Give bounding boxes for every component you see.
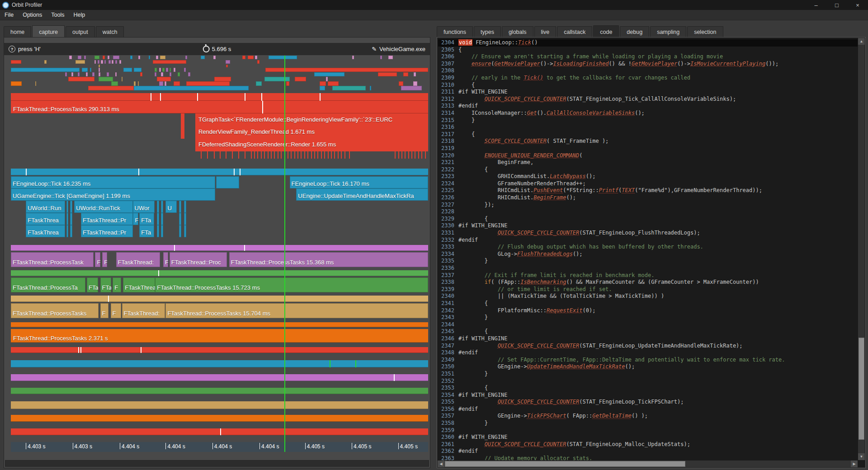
vscroll-thumb[interactable]	[859, 338, 864, 440]
timeline-event[interactable]	[161, 72, 163, 76]
timeline-event[interactable]	[155, 72, 156, 76]
timeline-event[interactable]	[166, 68, 168, 72]
code-line[interactable]: 2343 }	[438, 314, 858, 321]
tab-globals[interactable]: globals	[502, 26, 533, 37]
timeline-event[interactable]	[122, 77, 123, 81]
menu-file[interactable]: File	[0, 12, 18, 18]
tab-home[interactable]: home	[4, 26, 31, 37]
code-line[interactable]: 2363 // Update memory allocator stats.	[438, 455, 858, 460]
timeline-event[interactable]	[184, 68, 186, 72]
tab-debug[interactable]: debug	[620, 26, 649, 37]
timeline-event[interactable]	[108, 60, 111, 64]
panel-splitter[interactable]	[430, 20, 437, 470]
code-line[interactable]: 2321 BeginFrame,	[438, 159, 858, 166]
timeline-span[interactable]: F	[100, 303, 108, 318]
timeline-event[interactable]	[178, 72, 180, 76]
timeline-span[interactable]: FTaskThread::ProcessTasks 15.704 ms	[165, 303, 428, 318]
code-line[interactable]: 2352	[438, 378, 858, 385]
timeline-event[interactable]	[71, 72, 73, 76]
code-line[interactable]: 2307 ensure(GetMoviePlayer()->IsLoadingF…	[438, 61, 858, 68]
timeline-event[interactable]	[257, 60, 260, 64]
timeline-span[interactable]: FEngineLoop::Tick 16.235 ms	[11, 176, 215, 188]
timeline-event[interactable]	[165, 81, 167, 86]
timeline-bar[interactable]	[11, 360, 428, 367]
timeline-event[interactable]	[378, 72, 397, 76]
timeline-event[interactable]	[140, 72, 142, 76]
timeline-span[interactable]: FTa	[139, 225, 154, 237]
timeline-event[interactable]	[138, 81, 139, 86]
timeline-event[interactable]	[130, 56, 132, 59]
timeline-event[interactable]	[295, 77, 307, 81]
code-line[interactable]: 2348#endif	[438, 349, 858, 357]
code-line[interactable]: 2354#if WITH_ENGINE	[438, 392, 858, 399]
timeline-event[interactable]	[256, 81, 262, 86]
timeline-event[interactable]	[174, 81, 180, 86]
code-line[interactable]: 2323 GRHICommandList.LatchBypass();	[438, 173, 858, 180]
timeline-scatter-row[interactable]	[11, 81, 428, 86]
timeline-bar[interactable]	[11, 347, 428, 353]
timeline-event[interactable]	[314, 72, 344, 76]
timeline-span-row[interactable]: UWorld::RunUWorld::RunTickUWorU	[11, 201, 428, 213]
timeline-event[interactable]	[119, 60, 121, 64]
timeline-span[interactable]	[179, 225, 181, 237]
code-line[interactable]: 2316	[438, 124, 858, 131]
timeline-span[interactable]: FTaskThread::Pr	[81, 225, 133, 237]
code-line[interactable]: 2358 }	[438, 420, 858, 427]
maximize-button[interactable]: □	[826, 0, 847, 10]
timeline-event[interactable]	[403, 72, 408, 76]
timeline-event[interactable]	[78, 72, 80, 76]
code-line[interactable]: 2334 GLog->FlushThreadedLogs();	[438, 251, 858, 258]
timeline-span[interactable]: F	[111, 303, 121, 318]
timeline-event[interactable]	[242, 56, 245, 59]
timeline-event[interactable]	[370, 86, 372, 90]
code-line[interactable]: 2349 // Set FApp::CurrentTime, FApp::Del…	[438, 357, 858, 364]
timeline-bar[interactable]: FTaskThread::ProcessTasks 2.371 s	[11, 329, 428, 343]
timeline-span[interactable]: FTa	[100, 277, 112, 292]
code-line[interactable]: 2313#endif	[438, 103, 858, 110]
code-line[interactable]: 2325 RHICmdList.PushEvent(*FString::Prin…	[438, 187, 858, 194]
tab-output[interactable]: output	[66, 26, 95, 37]
timeline-span[interactable]: FTaskThread::ProcessTasks 15.723 ms	[155, 277, 428, 292]
timeline-event[interactable]	[86, 72, 88, 76]
timeline-span[interactable]	[184, 225, 186, 237]
timeline-event[interactable]	[69, 56, 72, 59]
timeline-event[interactable]	[78, 56, 81, 59]
tab-functions[interactable]: functions	[437, 26, 473, 37]
tab-types[interactable]: types	[474, 26, 501, 37]
code-editor[interactable]: 2304void FEngineLoop::Tick()2305{2306 //…	[438, 39, 858, 460]
timeline-event[interactable]	[11, 60, 21, 64]
timeline-span[interactable]	[66, 213, 69, 225]
timeline-span[interactable]: F	[95, 252, 100, 267]
timeline-event[interactable]	[160, 56, 165, 59]
code-line[interactable]: 2311#if WITH_ENGINE	[438, 89, 858, 96]
code-line[interactable]: 2351 }	[438, 371, 858, 378]
timeline-span[interactable]	[157, 201, 159, 213]
code-line[interactable]: 2350 GEngine->UpdateTimeAndHandleMaxTick…	[438, 363, 858, 371]
code-line[interactable]: 2324 GFrameNumberRenderThread++;	[438, 180, 858, 188]
code-line[interactable]: 2336	[438, 265, 858, 272]
timeline-span-group[interactable]: TGraphTask<`FRendererModule::BeginRender…	[195, 113, 428, 151]
timeline-event[interactable]	[103, 56, 105, 59]
timeline-event[interactable]	[170, 72, 172, 76]
timeline-event[interactable]	[99, 65, 100, 67]
timeline-bar[interactable]	[11, 428, 428, 435]
code-line[interactable]: 2362#endif	[438, 448, 858, 455]
timeline-event[interactable]	[134, 86, 249, 90]
code-line[interactable]: 2317 {	[438, 131, 858, 138]
timeline-span[interactable]: UWorld::RunTick	[74, 201, 132, 213]
timeline-event[interactable]	[413, 81, 417, 86]
timeline-span[interactable]: F	[113, 277, 121, 292]
code-line[interactable]: 2330#if WITH_ENGINE	[438, 222, 858, 230]
code-line[interactable]: 2312 QUICK_SCOPE_CYCLE_COUNTER(STAT_FEng…	[438, 96, 858, 103]
scroll-right-icon[interactable]: ▶	[851, 461, 858, 467]
timeline-event[interactable]	[11, 81, 22, 86]
timeline-event[interactable]	[123, 68, 132, 72]
timeline-time-axis[interactable]: 4.403 s4.403 s4.404 s4.404 s4.404 s4.404…	[11, 442, 428, 452]
timeline-event[interactable]	[111, 81, 118, 86]
timeline-span[interactable]: FTaskThread::ProcessTa	[11, 277, 85, 292]
code-line[interactable]: 2315 }	[438, 117, 858, 124]
timeline-hscrollbar[interactable]	[5, 460, 429, 467]
timeline-event[interactable]	[82, 68, 88, 72]
tab-live[interactable]: live	[534, 26, 557, 37]
timeline-span[interactable]	[184, 201, 186, 213]
